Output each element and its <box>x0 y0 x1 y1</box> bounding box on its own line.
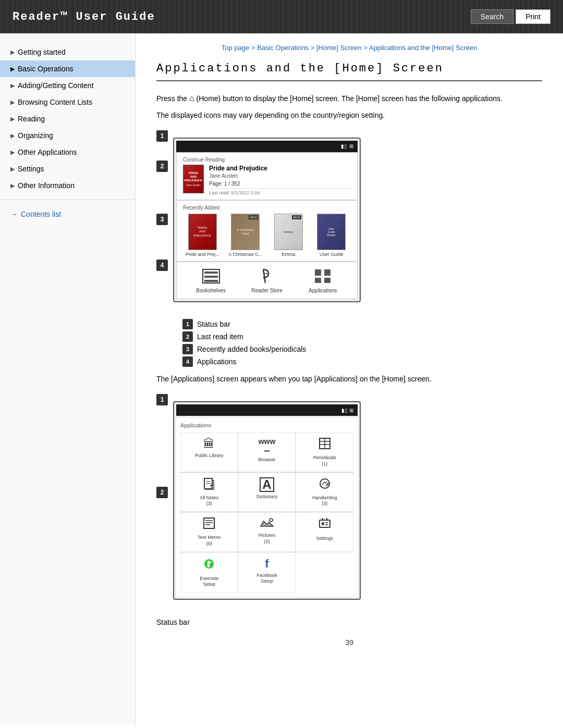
handwriting-label: Handwriting(3) <box>312 495 337 507</box>
callout-text-1: Status bar <box>197 320 230 328</box>
sidebar-item-label: Organizing <box>18 131 53 140</box>
ra-book-text-1: PRIDEANDPREJUDICE <box>193 226 211 238</box>
callout-item-4: 4 Applications <box>182 356 542 367</box>
status-bar-caption: Status bar <box>156 616 542 628</box>
apps-callout-num-2: 2 <box>156 487 168 498</box>
evernote-icon <box>202 557 216 574</box>
apps-callout-1-container: 1 <box>156 393 168 406</box>
book-thumb-author: Jane Austen <box>186 183 201 187</box>
ra-book-label-3: Emma <box>282 252 295 257</box>
arrow-right-icon: → <box>10 210 18 218</box>
ra-book-4: UserGuideReader User Guide <box>313 214 350 257</box>
apps-callout-2-container: 2 <box>156 406 168 578</box>
svg-rect-5 <box>324 269 331 276</box>
apps-row-3: Text Memo(0) Pictures(2) <box>180 512 353 552</box>
apps-row-2: All Notes(3) A Dictionary <box>180 473 353 512</box>
svg-rect-23 <box>325 522 328 523</box>
recently-added-section: Recently Added PRIDEANDPREJUDICE Pride a… <box>176 200 358 262</box>
sidebar-item-basic-operations[interactable]: ▶ Basic Operations <box>0 60 135 77</box>
chevron-icon: ▶ <box>10 66 15 72</box>
svg-rect-7 <box>324 278 331 283</box>
divider <box>209 188 351 189</box>
callout-item-3: 3 Recently added books/periodicals <box>182 344 542 354</box>
contents-link-label: Contents list <box>21 210 61 218</box>
callout-text-4: Applications <box>197 357 237 366</box>
chevron-icon: ▶ <box>10 182 15 189</box>
app-text-memo[interactable]: Text Memo(0) <box>180 512 238 551</box>
app-handwriting[interactable]: Handwriting(3) <box>296 473 353 512</box>
app-evernote[interactable]: EvernoteSetup <box>180 552 238 593</box>
sidebar-item-label: Reading <box>18 115 45 123</box>
sidebar-item-organizing[interactable]: ▶ Organizing <box>0 127 135 144</box>
ra-book-text-2: A ChristmasCarol <box>237 228 254 236</box>
page-title: Applications and the [Home] Screen <box>156 62 542 81</box>
pictures-label: Pictures(2) <box>259 533 276 545</box>
periodicals-label: Periodicals(1) <box>313 455 336 467</box>
recently-added-books: PRIDEANDPREJUDICE Pride and Prej... NEW … <box>183 214 351 257</box>
home-screen-section: 1 2 3 4 ▮▯ <box>156 129 542 311</box>
text-memo-icon <box>203 517 215 533</box>
app-bookshelves[interactable]: Bookshelves <box>190 267 232 293</box>
app-dictionary[interactable]: A Dictionary <box>238 473 296 512</box>
sidebar-item-other-applications[interactable]: ▶ Other Applications <box>0 144 135 161</box>
page-number: 39 <box>156 638 542 647</box>
sidebar-item-label: Browsing Content Lists <box>18 98 92 106</box>
sidebar-item-adding-content[interactable]: ▶ Adding/Getting Content <box>0 77 135 94</box>
app-periodicals[interactable]: Periodicals(1) <box>296 433 353 472</box>
ra-book-text-4: UserGuideReader <box>327 227 336 237</box>
reader-store-icon <box>256 267 277 286</box>
ra-book-2: NEW A ChristmasCarol A Christmas C... <box>227 214 264 257</box>
callout-3-container: 3 <box>156 190 168 250</box>
sidebar-item-browsing-content[interactable]: ▶ Browsing Content Lists <box>0 94 135 110</box>
body-text-1: Press the ⌂ (Home) button to display the… <box>156 92 542 105</box>
svg-rect-16 <box>204 518 214 528</box>
sidebar-item-label: Getting started <box>18 48 66 56</box>
app-settings[interactable]: Settings <box>296 512 353 551</box>
sidebar-item-getting-started[interactable]: ▶ Getting started <box>0 44 135 60</box>
search-button[interactable]: Search <box>471 9 513 24</box>
apps-description: The [Applications] screen appears when y… <box>156 373 542 385</box>
callout-num-2: 2 <box>156 161 168 172</box>
app-all-notes[interactable]: All Notes(3) <box>180 473 238 512</box>
print-button[interactable]: Print <box>516 9 550 24</box>
app-pictures[interactable]: Pictures(2) <box>238 512 296 551</box>
app-reader-store[interactable]: Reader Store <box>246 267 288 293</box>
app-facebook[interactable]: f FacebookSetup <box>238 552 296 593</box>
svg-rect-22 <box>322 522 324 525</box>
book-author: Jane Austen <box>209 173 351 179</box>
ra-book-thumb-2: NEW A ChristmasCarol <box>231 214 260 250</box>
ra-book-1: PRIDEANDPREJUDICE Pride and Prej... <box>184 214 221 257</box>
breadcrumb-text[interactable]: Top page > Basic Operations > [Home] Scr… <box>222 44 477 52</box>
svg-point-20 <box>270 519 273 522</box>
wifi-icon: ⊞ <box>349 143 353 149</box>
chevron-icon: ▶ <box>10 149 15 156</box>
settings-icon <box>318 517 332 534</box>
app-title: Reader™ User Guide <box>13 10 155 23</box>
app-public-library[interactable]: 🏛 Public Library <box>180 433 238 472</box>
device-screen: ▮▯ ⊞ Continue Reading PRIDEANDPREJUDICE … <box>176 141 358 299</box>
sidebar: ▶ Getting started ▶ Basic Operations ▶ A… <box>0 33 136 725</box>
contents-link[interactable]: → Contents list <box>0 205 135 224</box>
handwriting-icon <box>319 477 331 493</box>
applications-icon <box>312 267 333 286</box>
sidebar-item-reading[interactable]: ▶ Reading <box>0 110 135 127</box>
apps-callout-num-1: 1 <box>156 394 168 405</box>
ra-book-thumb-1: PRIDEANDPREJUDICE <box>188 214 217 250</box>
svg-rect-4 <box>315 269 321 276</box>
dictionary-icon: A <box>260 477 274 492</box>
periodicals-icon <box>319 437 331 453</box>
callout-list: 1 Status bar 2 Last read item 3 Recently… <box>182 319 542 367</box>
app-applications[interactable]: Applications <box>302 267 344 293</box>
ra-book-3: NEW Emma Emma <box>270 214 307 257</box>
new-badge-3: NEW <box>292 215 301 219</box>
sidebar-item-label: Basic Operations <box>18 65 74 73</box>
sidebar-item-other-information[interactable]: ▶ Other Information <box>0 177 135 194</box>
chevron-icon: ▶ <box>10 99 15 106</box>
book-details: Pride and Prejudice Jane Austen Page: 1 … <box>209 165 351 195</box>
sidebar-item-settings[interactable]: ▶ Settings <box>0 161 135 177</box>
bookshelves-label: Bookshelves <box>196 288 226 293</box>
evernote-label: EvernoteSetup <box>200 576 218 588</box>
callout-2-container: 2 <box>156 143 168 190</box>
body-text-2: The displayed icons may vary depending o… <box>156 109 542 121</box>
app-browser[interactable]: www••• Browser <box>238 433 296 472</box>
